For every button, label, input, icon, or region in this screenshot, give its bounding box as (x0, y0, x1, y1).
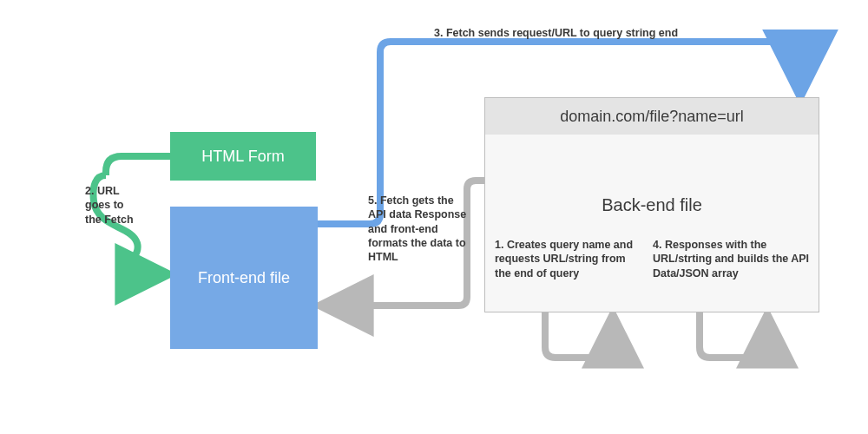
html-form-label: HTML Form (201, 148, 284, 166)
front-end-box: Front-end file (170, 207, 318, 349)
front-end-label: Front-end file (198, 269, 290, 287)
back-end-box: domain.com/file?name=url Back-end file (484, 97, 819, 312)
back-end-label: Back-end file (602, 195, 702, 215)
caption-step1: 1. Creates query name and requests URL/s… (495, 238, 635, 280)
caption-step2: 2. URL goes to the Fetch (85, 184, 141, 227)
arrow-step4-loop (700, 312, 767, 358)
caption-step5: 5. Fetch gets the API data Response and … (368, 194, 470, 264)
html-form-box: HTML Form (170, 132, 316, 181)
arrow-step1-loop (545, 312, 613, 358)
caption-step4: 4. Responses with the URL/strting and bu… (653, 238, 818, 280)
url-bar-text: domain.com/file?name=url (560, 108, 744, 126)
caption-step3: 3. Fetch sends request/URL to query stri… (434, 26, 678, 40)
arrow-step2-tail (106, 156, 170, 175)
url-bar: domain.com/file?name=url (485, 98, 819, 135)
